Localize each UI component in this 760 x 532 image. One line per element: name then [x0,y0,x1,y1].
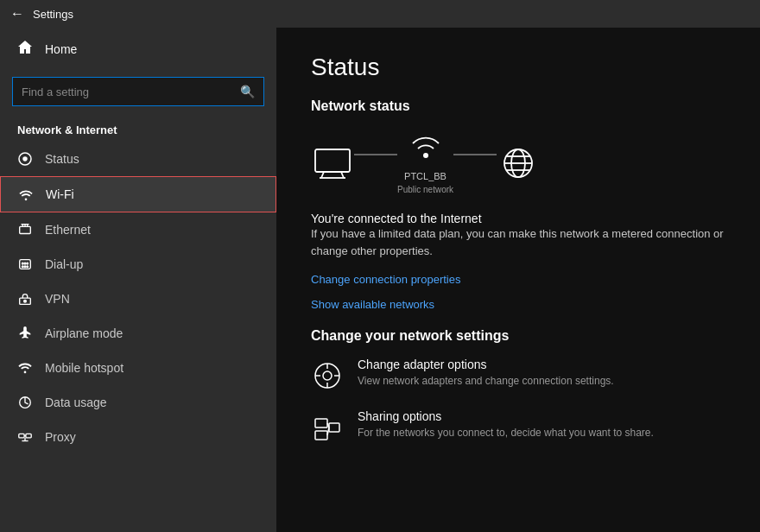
computer-icon-group [311,145,354,181]
svg-line-23 [321,172,324,178]
sidebar-item-airplane[interactable]: Airplane mode [0,316,276,351]
sharing-item: Sharing options For the networks you con… [311,409,725,444]
svg-point-13 [27,266,28,268]
wifi-icon [18,187,34,202]
net-line-2 [453,154,497,155]
airplane-label: Airplane mode [45,326,123,340]
svg-rect-39 [315,431,327,440]
proxy-label: Proxy [45,430,76,444]
adapter-text: Change adapter options View network adap… [358,358,614,387]
change-settings-title: Change your network settings [311,328,725,344]
connected-title: You're connected to the Internet [311,212,725,225]
hotspot-label: Mobile hotspot [45,361,124,375]
svg-point-10 [27,263,28,264]
svg-rect-38 [315,419,327,428]
proxy-icon [17,429,33,445]
datausage-label: Data usage [45,396,107,409]
sidebar-item-wifi[interactable]: Wi-Fi [0,176,276,212]
sharing-text: Sharing options For the networks you con… [358,409,654,439]
sidebar-item-proxy[interactable]: Proxy [0,420,276,454]
wifi-label: Wi-Fi [46,187,74,201]
sidebar-item-dialup[interactable]: Dial-up [0,247,276,282]
back-button[interactable]: ← [10,6,24,22]
content-area: Status Network status [276,28,760,532]
dialup-icon [17,256,33,272]
sharing-name: Sharing options [358,409,654,423]
network-status-title: Network status [311,98,725,114]
svg-rect-2 [20,226,31,233]
svg-point-11 [22,266,23,268]
svg-rect-22 [315,149,350,172]
search-icon: 🔍 [240,85,255,98]
globe-icon-group [497,145,540,181]
svg-point-15 [24,300,27,302]
change-adapter-item: Change adapter options View network adap… [311,358,725,392]
connected-description: If you have a limited data plan, you can… [311,225,725,259]
network-diagram: PTCL_BB Public network [311,131,725,194]
sidebar-section-title: Network & Internet [0,113,276,142]
vpn-icon [17,291,33,307]
network-type: Public network [397,185,453,194]
change-connection-link[interactable]: Change connection properties [311,273,725,286]
svg-line-24 [341,172,344,178]
sidebar-item-datausage[interactable]: Data usage [0,385,276,420]
adapter-desc: View network adapters and change connect… [358,375,614,387]
adapter-icon [311,359,344,392]
sidebar: Home 🔍 Network & Internet Status [0,28,276,532]
search-box: 🔍 [12,77,264,106]
back-icon: ← [10,6,24,22]
title-bar: ← Settings [0,0,760,28]
home-icon [17,40,33,58]
net-line-1 [354,154,397,155]
sharing-icon [311,411,344,444]
search-input[interactable] [22,86,240,98]
sidebar-item-ethernet[interactable]: Ethernet [0,212,276,247]
search-box-wrapper: 🔍 [0,70,276,113]
datausage-icon [17,395,33,410]
svg-line-42 [327,428,329,435]
adapter-name: Change adapter options [358,358,614,371]
wifi-router-icon-group: PTCL_BB Public network [397,131,453,194]
status-label: Status [45,152,79,166]
svg-point-33 [323,371,332,380]
svg-point-26 [423,153,428,158]
page-title: Status [311,54,725,81]
network-name: PTCL_BB [404,171,446,181]
home-label: Home [45,42,77,56]
status-icon [17,151,33,167]
svg-point-12 [24,266,26,268]
svg-rect-17 [19,434,24,438]
sidebar-item-home[interactable]: Home [0,28,276,70]
svg-rect-18 [26,434,31,438]
show-networks-link[interactable]: Show available networks [311,298,725,311]
dialup-label: Dial-up [45,257,83,271]
sidebar-item-hotspot[interactable]: Mobile hotspot [0,351,276,385]
app-title: Settings [33,8,73,21]
hotspot-icon [17,360,33,376]
airplane-icon [17,326,33,341]
svg-point-1 [23,157,27,161]
sidebar-item-vpn[interactable]: VPN [0,282,276,316]
ethernet-icon [17,222,33,238]
svg-point-8 [22,263,23,264]
svg-rect-40 [329,423,339,432]
vpn-label: VPN [45,292,70,306]
svg-point-9 [24,263,26,264]
sharing-desc: For the networks you connect to, decide … [358,427,654,439]
main-layout: Home 🔍 Network & Internet Status [0,28,760,532]
sidebar-item-status[interactable]: Status [0,142,276,176]
ethernet-label: Ethernet [45,223,91,237]
